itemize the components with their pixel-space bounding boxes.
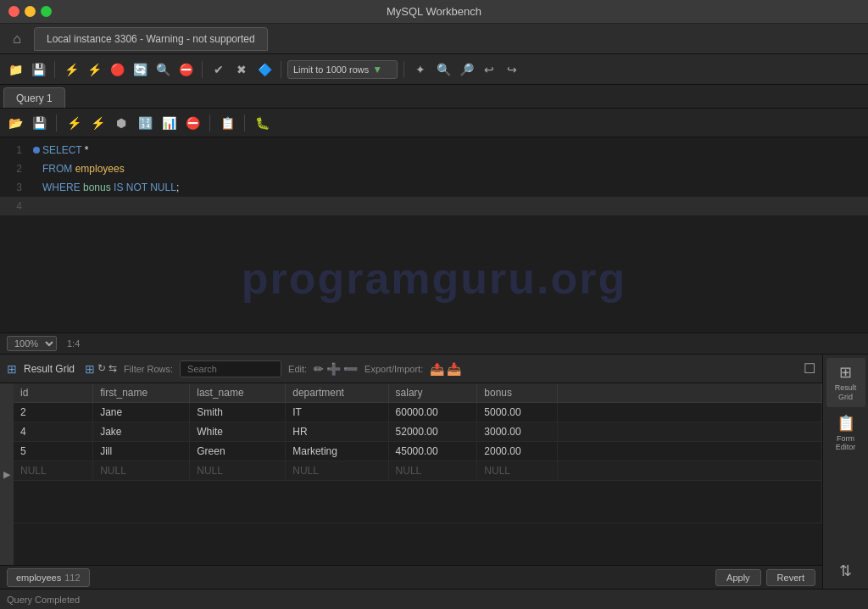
cell-bonus: 2000.00 <box>477 442 557 461</box>
code-line-3: 3 WHERE bonus IS NOT NULL; <box>0 178 868 197</box>
cell-last-name: Smith <box>190 403 286 422</box>
query-tab-label: Query 1 <box>16 92 53 104</box>
code-line-1: 1 SELECT * <box>0 141 868 159</box>
table-row[interactable]: 2 Jane Smith IT 60000.00 5000.00 <box>14 403 822 422</box>
find-icon[interactable]: 🔎 <box>456 59 476 80</box>
grid-table-icon[interactable]: ⊞ <box>85 362 95 376</box>
col-id[interactable]: id <box>14 383 93 403</box>
col-salary[interactable]: salary <box>388 383 477 403</box>
checkbox-empty[interactable]: ☐ <box>804 360 815 377</box>
zoom-select[interactable]: 100% 75% 125% <box>7 336 57 351</box>
delete-row-icon[interactable]: ➖ <box>343 362 358 376</box>
edit-icons: ✏ ➕ ➖ <box>314 362 358 376</box>
search2-icon[interactable]: 🔍 <box>433 59 453 80</box>
run-query-icon[interactable]: ⚡ <box>64 113 84 133</box>
cell-first-name: Jane <box>93 403 190 422</box>
lower-section: ⊞ Result Grid ⊞ ↻ ⇆ Filter Rows: Edit: ✏… <box>0 355 868 589</box>
stop-icon[interactable]: 🔴 <box>107 59 127 80</box>
run-all-icon[interactable]: ⚡ <box>84 59 104 80</box>
limit-select-wrapper[interactable]: Limit to 1000 rows ▼ <box>287 60 398 79</box>
undo-icon[interactable]: ↩ <box>479 59 499 80</box>
line-dot-1 <box>31 144 42 156</box>
window-controls <box>8 6 52 17</box>
import-icon[interactable]: 📥 <box>447 362 461 376</box>
grid-view-icons: ⊞ ↻ ⇆ <box>85 362 117 376</box>
save-icon[interactable]: 💾 <box>28 59 48 80</box>
run-current-icon[interactable]: ⬢ <box>111 113 131 133</box>
query-tab-bar: Query 1 <box>0 85 868 109</box>
explain-icon[interactable]: 🔍 <box>153 59 173 80</box>
maximize-button[interactable] <box>41 6 52 17</box>
run-icon[interactable]: ⚡ <box>61 59 81 80</box>
app-title: MySQL Workbench <box>387 5 481 18</box>
minimize-button[interactable] <box>25 6 36 17</box>
apply-button[interactable]: Apply <box>715 569 761 586</box>
add-row-icon[interactable]: ➕ <box>326 362 341 376</box>
esep1 <box>56 115 57 131</box>
app: MySQL Workbench ⌂ Local instance 3306 - … <box>0 0 868 609</box>
employees-tab[interactable]: employees 112 <box>7 568 90 587</box>
line-num-1: 1 <box>0 144 31 156</box>
grid-wrap-icon[interactable]: ⇆ <box>108 362 117 376</box>
cell-department: Marketing <box>286 442 388 461</box>
right-sidebar: ⊞ ResultGrid 📋 FormEditor ⇅ <box>822 355 868 589</box>
toggle-output-icon[interactable]: 📋 <box>217 113 237 133</box>
col-department[interactable]: department <box>286 383 388 403</box>
scroll-sidebar-btn[interactable]: ⇅ <box>826 556 865 585</box>
cell-bonus: 5000.00 <box>477 403 557 422</box>
export-icon[interactable]: ↪ <box>502 59 522 80</box>
revert-button[interactable]: Revert <box>766 569 815 586</box>
result-grid-sidebar-btn[interactable]: ⊞ ResultGrid <box>826 358 865 407</box>
col-last-name[interactable]: last_name <box>190 383 286 403</box>
editor-section: 📂 💾 ⚡ ⚡ ⬢ 🔢 📊 ⛔ 📋 🐛 1 SELECT * <box>0 109 868 355</box>
close-button[interactable] <box>8 6 19 17</box>
schema-icon[interactable]: 🔷 <box>254 59 275 80</box>
col-first-name[interactable]: first_name <box>93 383 190 403</box>
query-tab-1[interactable]: Query 1 <box>3 87 65 108</box>
run-selection-icon[interactable]: ⚡ <box>87 113 108 133</box>
code-area[interactable]: 1 SELECT * 2 FROM employees 3 WHERE bonu… <box>0 137 868 219</box>
run-all2-icon[interactable]: 🔢 <box>135 113 155 133</box>
export-label: Export/Import: <box>364 364 423 374</box>
code-line-2: 2 FROM employees <box>0 159 868 178</box>
refresh-icon[interactable]: 🔄 <box>130 59 150 80</box>
run-explain-icon[interactable]: 📊 <box>159 113 179 133</box>
cursor-position: 1:4 <box>67 338 80 349</box>
col-extra <box>557 383 821 403</box>
form-editor-sidebar-btn[interactable]: 📋 FormEditor <box>826 409 865 458</box>
edit-row-icon[interactable]: ✏ <box>314 362 324 376</box>
line-num-3: 3 <box>0 182 31 193</box>
table-row[interactable]: 5 Jill Green Marketing 45000.00 2000.00 <box>14 442 822 461</box>
line-content-3: WHERE bonus IS NOT NULL; <box>42 182 179 193</box>
result-table: id first_name last_name department salar… <box>14 383 822 523</box>
check-icon[interactable]: ✔ <box>209 59 229 80</box>
result-table-area[interactable]: id first_name last_name department salar… <box>14 383 822 565</box>
cancel-icon[interactable]: ✖ <box>231 59 252 80</box>
save-query-icon[interactable]: 💾 <box>29 113 49 133</box>
cell-first-name: Jake <box>93 422 190 442</box>
new-schema-icon[interactable]: 📁 <box>5 59 25 80</box>
search-input[interactable] <box>180 360 281 377</box>
home-icon[interactable]: ⌂ <box>5 27 29 51</box>
expand-arrow[interactable]: ▶ <box>0 383 14 565</box>
cell-null-extra <box>557 461 821 481</box>
table-row-empty <box>14 481 822 523</box>
table-row[interactable]: 4 Jake White HR 52000.00 3000.00 <box>14 422 822 442</box>
debug-icon[interactable]: 🐛 <box>252 113 272 133</box>
stop-query-icon[interactable]: ⛔ <box>182 113 203 133</box>
connection-tab[interactable]: Local instance 3306 - Warning - not supp… <box>34 27 268 51</box>
form-editor-icon: 📋 <box>837 414 855 433</box>
folder-open-icon[interactable]: 📂 <box>5 113 25 133</box>
sep2 <box>202 61 203 78</box>
grid-refresh-icon[interactable]: ↻ <box>97 362 106 376</box>
result-grid-icon: ⊞ <box>839 363 852 382</box>
bottom-buttons: Apply Revert <box>715 569 815 586</box>
result-extra: ☐ <box>804 360 815 377</box>
col-bonus[interactable]: bonus <box>477 383 557 403</box>
beautify-icon[interactable]: ✦ <box>410 59 431 80</box>
stop2-icon[interactable]: ⛔ <box>175 59 196 80</box>
table-row-null[interactable]: NULL NULL NULL NULL NULL NULL <box>14 461 822 481</box>
editor-status: 100% 75% 125% 1:4 <box>0 332 868 355</box>
export-icon[interactable]: 📤 <box>430 362 444 376</box>
code-editor[interactable]: 1 SELECT * 2 FROM employees 3 WHERE bonu… <box>0 137 868 332</box>
